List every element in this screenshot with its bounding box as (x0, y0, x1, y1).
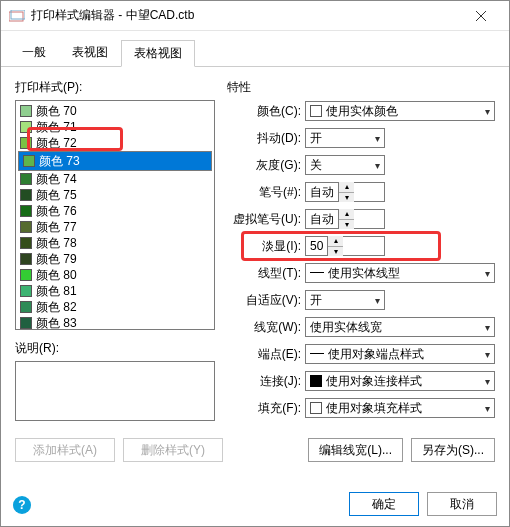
sel-vpen[interactable]: 自动▴▾ (305, 209, 385, 229)
highlight-screening (241, 231, 441, 261)
join-icon (310, 375, 322, 387)
list-item[interactable]: 颜色 80 (18, 267, 212, 283)
sel-adaptive[interactable]: 开 (305, 290, 385, 310)
spinner-icon[interactable]: ▴▾ (338, 182, 354, 202)
close-button[interactable] (461, 2, 501, 30)
sel-linetype[interactable]: 使用实体线型 (305, 263, 495, 283)
list-item[interactable]: 颜色 75 (18, 187, 212, 203)
color-swatch (20, 253, 32, 265)
sel-join[interactable]: 使用对象连接样式 (305, 371, 495, 391)
list-item[interactable]: 颜色 76 (18, 203, 212, 219)
list-item-label: 颜色 70 (36, 103, 77, 120)
help-button[interactable]: ? (13, 496, 31, 514)
description-label: 说明(R): (15, 340, 215, 357)
list-item-label: 颜色 78 (36, 235, 77, 252)
lbl-join: 连接(J): (227, 373, 305, 390)
color-swatch (20, 105, 32, 117)
color-swatch (20, 189, 32, 201)
line-icon (310, 353, 324, 355)
list-item-label: 颜色 80 (36, 267, 77, 284)
chevron-down-icon (485, 320, 490, 334)
sel-fill[interactable]: 使用对象填充样式 (305, 398, 495, 418)
line-icon (310, 272, 324, 274)
delete-style-button[interactable]: 删除样式(Y) (123, 438, 223, 462)
list-item-label: 颜色 83 (36, 315, 77, 331)
list-item[interactable]: 颜色 81 (18, 283, 212, 299)
list-item[interactable]: 颜色 78 (18, 235, 212, 251)
description-box[interactable] (15, 361, 215, 421)
list-item-label: 颜色 75 (36, 187, 77, 204)
printstyles-label: 打印样式(P): (15, 79, 215, 96)
lbl-endcap: 端点(E): (227, 346, 305, 363)
edit-lineweight-button[interactable]: 编辑线宽(L)... (308, 438, 403, 462)
chevron-down-icon (485, 266, 490, 280)
tab-bar: 一般 表视图 表格视图 (1, 35, 509, 67)
list-item-label: 颜色 81 (36, 283, 77, 300)
lbl-dither: 抖动(D): (227, 130, 305, 147)
chevron-down-icon (485, 347, 490, 361)
lbl-gray: 灰度(G): (227, 157, 305, 174)
list-item[interactable]: 颜色 73 (18, 151, 212, 171)
color-swatch (20, 205, 32, 217)
color-swatch (20, 301, 32, 313)
close-icon (475, 10, 487, 22)
window-title: 打印样式编辑器 - 中望CAD.ctb (31, 7, 461, 24)
list-item-label: 颜色 79 (36, 251, 77, 268)
list-item[interactable]: 颜色 77 (18, 219, 212, 235)
ok-button[interactable]: 确定 (349, 492, 419, 516)
highlight-list (27, 127, 123, 151)
color-swatch (20, 317, 32, 329)
list-item[interactable]: 颜色 70 (18, 103, 212, 119)
list-item[interactable]: 颜色 83 (18, 315, 212, 330)
checkbox-icon (310, 105, 322, 117)
chevron-down-icon (485, 104, 490, 118)
tab-tableview[interactable]: 表视图 (59, 39, 121, 66)
sel-gray[interactable]: 关 (305, 155, 385, 175)
lbl-fill: 填充(F): (227, 400, 305, 417)
chevron-down-icon (485, 374, 490, 388)
lbl-adapt: 自适应(V): (227, 292, 305, 309)
color-swatch (20, 269, 32, 281)
sel-endcap[interactable]: 使用对象端点样式 (305, 344, 495, 364)
sel-pen[interactable]: 自动▴▾ (305, 182, 385, 202)
saveas-button[interactable]: 另存为(S)... (411, 438, 495, 462)
app-icon (9, 10, 25, 22)
tab-formview[interactable]: 表格视图 (121, 40, 195, 67)
list-item-label: 颜色 74 (36, 171, 77, 188)
color-swatch (20, 285, 32, 297)
list-item-label: 颜色 76 (36, 203, 77, 220)
checkbox-icon (310, 402, 322, 414)
lbl-color: 颜色(C): (227, 103, 305, 120)
lbl-vpen: 虚拟笔号(U): (227, 211, 305, 228)
lbl-lweight: 线宽(W): (227, 319, 305, 336)
color-swatch (20, 237, 32, 249)
chevron-down-icon (485, 401, 490, 415)
list-item-label: 颜色 73 (39, 153, 80, 170)
lbl-pen: 笔号(#): (227, 184, 305, 201)
list-item-label: 颜色 82 (36, 299, 77, 316)
sel-lineweight[interactable]: 使用实体线宽 (305, 317, 495, 337)
color-swatch (23, 155, 35, 167)
list-item[interactable]: 颜色 82 (18, 299, 212, 315)
add-style-button[interactable]: 添加样式(A) (15, 438, 115, 462)
spinner-icon[interactable]: ▴▾ (338, 209, 354, 229)
sel-color[interactable]: 使用实体颜色 (305, 101, 495, 121)
chevron-down-icon (375, 293, 380, 307)
tab-general[interactable]: 一般 (9, 39, 59, 66)
properties-title: 特性 (227, 79, 495, 96)
color-swatch (20, 221, 32, 233)
list-item[interactable]: 颜色 74 (18, 171, 212, 187)
chevron-down-icon (375, 131, 380, 145)
lbl-ltype: 线型(T): (227, 265, 305, 282)
chevron-down-icon (375, 158, 380, 172)
list-item[interactable]: 颜色 79 (18, 251, 212, 267)
color-swatch (20, 173, 32, 185)
sel-dither[interactable]: 开 (305, 128, 385, 148)
cancel-button[interactable]: 取消 (427, 492, 497, 516)
list-item-label: 颜色 77 (36, 219, 77, 236)
